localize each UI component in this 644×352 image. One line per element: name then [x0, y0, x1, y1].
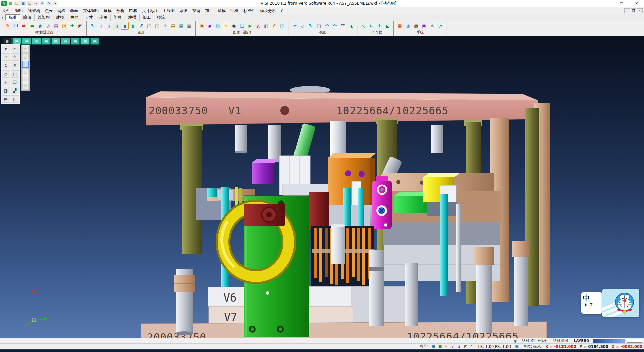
tab-standard[interactable]: 标准: [5, 14, 20, 21]
units-indicator[interactable]: 单位: 毫米: [520, 344, 544, 349]
menu-wireframe[interactable]: 线架构: [25, 7, 42, 14]
clipboard-slot-6-icon[interactable]: ▯: [22, 83, 29, 90]
hide-element-icon[interactable]: ◎: [44, 22, 52, 30]
workplane-origin-icon[interactable]: ✛: [376, 22, 383, 30]
active-layer-indicator[interactable]: LAYER0: [571, 338, 592, 343]
color-swatch[interactable]: [605, 339, 609, 343]
workplane-align-icon[interactable]: ∟: [368, 22, 375, 30]
layer-manager-icon[interactable]: ▤: [169, 22, 177, 30]
attribute-copy-icon[interactable]: ❐: [12, 22, 20, 30]
center-support-cylinder[interactable]: [331, 226, 345, 264]
quickbar-dropdown-icon[interactable]: ▾: [52, 1, 58, 6]
zoom-window-icon[interactable]: ◰: [145, 22, 153, 30]
wireframe-display-icon[interactable]: ▯: [97, 22, 105, 30]
tab-dimension[interactable]: 尺寸: [82, 14, 96, 21]
menu-mesh[interactable]: 网格: [55, 7, 68, 14]
display-settings-icon[interactable]: ▩: [185, 22, 193, 30]
color-swatch[interactable]: [601, 339, 605, 343]
3d-viewport[interactable]: 200033750 V1 10225664/10225665: [0, 36, 644, 338]
tab-modeling[interactable]: 建模: [53, 14, 67, 21]
previous-view-icon[interactable]: ↶: [323, 22, 331, 30]
menu-help[interactable]: ?: [278, 7, 285, 14]
absolute-view-indicator[interactable]: 绝对视图: [550, 338, 571, 343]
mdi-minimize-button[interactable]: —: [624, 8, 630, 13]
mask-toggle-icon[interactable]: ◩: [463, 344, 468, 349]
annotate-image-icon[interactable]: ✐: [270, 22, 278, 30]
layer-list-icon[interactable]: ▤: [2, 95, 10, 103]
light-source-icon[interactable]: ☀: [222, 22, 230, 30]
ime-moon-icon[interactable]: ◗: [583, 302, 588, 307]
menu-electrode[interactable]: 电极: [127, 7, 140, 14]
menu-point-cloud[interactable]: 点云: [42, 7, 55, 14]
cut-icon[interactable]: ✂: [33, 1, 39, 6]
render-image-icon[interactable]: ▣: [198, 22, 206, 30]
shading-icon[interactable]: ▯: [113, 22, 121, 30]
menu-file[interactable]: 文件: [0, 7, 13, 14]
menu-analysis[interactable]: 分析: [114, 7, 127, 14]
view-top-icon[interactable]: ▱: [291, 22, 299, 30]
maroon-clamp-block[interactable]: [244, 204, 285, 226]
context-help-icon[interactable]: ?: [450, 344, 455, 349]
texture-icon[interactable]: ▨: [214, 22, 222, 30]
visi-logo-icon[interactable]: V: [1, 1, 7, 6]
menu-dimension[interactable]: 尺寸标注: [140, 7, 160, 14]
clipboard-slot-1-icon[interactable]: ▯: [22, 46, 29, 53]
animation-icon[interactable]: ▶: [246, 22, 254, 30]
image-capture-icon[interactable]: ▣: [437, 344, 443, 349]
origin-icon[interactable]: ✛: [2, 79, 10, 86]
mdi-restore-button[interactable]: ❐: [631, 8, 636, 13]
compare-views-icon[interactable]: ◫: [278, 22, 286, 30]
material-icon[interactable]: ◆: [206, 22, 214, 30]
system-help-icon[interactable]: ◔: [436, 22, 444, 30]
copy-icon[interactable]: ❐: [11, 79, 19, 86]
camera-icon[interactable]: ◉: [230, 22, 238, 30]
view-cube-left-icon[interactable]: ▣: [42, 38, 51, 45]
step-2-icon[interactable]: 2: [456, 344, 462, 349]
tab-edit[interactable]: 编辑: [20, 14, 35, 21]
windows-taskbar-edge[interactable]: [0, 349, 644, 352]
color-swatch[interactable]: [593, 339, 597, 343]
grid-icon[interactable]: ▦: [514, 344, 520, 349]
shaded-view-icon[interactable]: ▮: [121, 22, 129, 30]
view-cube-bottom-icon[interactable]: ▣: [71, 38, 80, 45]
macro-icon[interactable]: ▣: [420, 22, 428, 30]
calculator-icon[interactable]: ▩: [412, 22, 420, 30]
visibility-icon[interactable]: ◉: [36, 22, 44, 30]
refresh-coords-icon[interactable]: ↻: [469, 344, 475, 349]
print-icon[interactable]: ❒: [27, 1, 33, 6]
ime-language-indicator[interactable]: 中: [583, 294, 590, 301]
clipboard-slot-5-icon[interactable]: ▯: [22, 76, 29, 82]
next-view-icon[interactable]: ↷: [331, 22, 339, 30]
clipboard-slot-2-icon[interactable]: ▯: [22, 53, 29, 60]
transparency-icon[interactable]: ◧: [262, 22, 270, 30]
menu-modeling[interactable]: 建模: [101, 7, 114, 14]
tab-wireframe[interactable]: 线架构: [35, 14, 53, 21]
close-button[interactable]: ✕: [629, 0, 644, 7]
ime-toolbar[interactable]: 中 ◗T: [581, 292, 602, 314]
workplane-view-icon[interactable]: ◣: [384, 22, 391, 30]
redraw-icon[interactable]: ↻: [89, 22, 97, 30]
menu-machining[interactable]: 加工: [203, 7, 215, 14]
view-cube-iso2-icon[interactable]: ▣: [80, 38, 90, 45]
color-filter-icon[interactable]: ▧: [60, 22, 68, 30]
color-swatch[interactable]: [613, 339, 617, 343]
rendered-view-icon[interactable]: ▮: [129, 22, 137, 30]
view-iso-icon[interactable]: ◇: [299, 22, 307, 30]
top-clamp-plate[interactable]: 200033750 V1 10225664/10225665: [146, 91, 538, 125]
rotate-view-icon[interactable]: ↻: [307, 22, 315, 30]
menu-drafting[interactable]: 工程图: [160, 7, 177, 14]
angle-measure-icon[interactable]: ◺: [11, 95, 19, 103]
pan-hand-icon[interactable]: ↔: [2, 53, 10, 61]
grid-toggle-icon[interactable]: ▦: [431, 344, 436, 349]
options-icon[interactable]: ✱: [428, 22, 436, 30]
filter-swap-red-icon[interactable]: ⇄: [20, 22, 28, 30]
latch-lock-unit[interactable]: [372, 176, 392, 229]
attribute-edit-icon[interactable]: ✎: [4, 22, 12, 30]
tab-machining[interactable]: 加工: [140, 14, 154, 21]
open-file-icon[interactable]: ❐: [14, 1, 20, 6]
save-icon[interactable]: ▦: [20, 1, 26, 6]
tab-mold[interactable]: 塑膜: [111, 14, 125, 21]
search-icon[interactable]: ◎: [513, 338, 519, 343]
menu-edit[interactable]: 编辑: [13, 7, 25, 14]
color-swatch[interactable]: [617, 339, 621, 343]
